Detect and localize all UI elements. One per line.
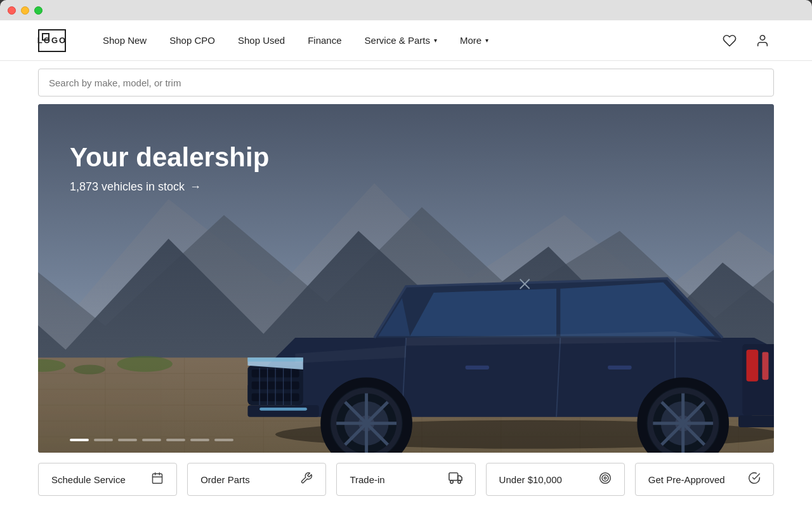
svg-point-81 — [599, 472, 610, 483]
carousel-dot-5[interactable] — [166, 439, 185, 441]
search-bar-container — [0, 61, 812, 104]
svg-point-82 — [602, 475, 608, 481]
carousel-dot-3[interactable] — [118, 439, 137, 441]
under-10k-button[interactable]: Under $10,000 — [486, 463, 625, 496]
action-buttons: Schedule Service Order Parts Trade-in — [0, 453, 812, 506]
svg-rect-44 — [608, 366, 631, 370]
navbar: LOGO Shop New Shop CPO Shop Used Finance… — [0, 20, 812, 61]
target-icon — [599, 472, 612, 488]
svg-rect-43 — [466, 366, 489, 370]
carousel-dot-7[interactable] — [214, 439, 233, 441]
svg-point-23 — [74, 365, 105, 375]
svg-rect-48 — [738, 415, 774, 427]
calendar-icon — [151, 472, 164, 488]
svg-point-80 — [457, 480, 461, 483]
maximize-button[interactable] — [34, 6, 43, 15]
hero-text: Your dealership 1,873 vehicles in stock … — [70, 142, 269, 194]
order-parts-button[interactable]: Order Parts — [187, 463, 326, 496]
hero-subtitle-link[interactable]: 1,873 vehicles in stock → — [70, 180, 269, 194]
carousel-dot-2[interactable] — [94, 439, 113, 441]
minimize-button[interactable] — [21, 6, 29, 15]
nav-more[interactable]: More ▾ — [449, 20, 500, 61]
hero-title: Your dealership — [70, 142, 269, 173]
svg-point-0 — [760, 35, 764, 39]
svg-rect-47 — [762, 352, 768, 380]
hero-banner: Your dealership 1,873 vehicles in stock … — [38, 104, 774, 453]
hero-background: Your dealership 1,873 vehicles in stock … — [38, 104, 774, 453]
car-icon — [449, 471, 462, 488]
chevron-down-icon: ▾ — [434, 37, 437, 44]
svg-rect-38 — [247, 405, 318, 417]
nav-shop-used[interactable]: Shop Used — [226, 20, 296, 61]
get-pre-approved-button[interactable]: Get Pre-Approved — [635, 463, 774, 496]
svg-rect-39 — [259, 408, 307, 411]
account-button[interactable] — [751, 29, 774, 52]
carousel-dots — [70, 439, 233, 441]
nav-actions — [718, 29, 774, 52]
svg-rect-74 — [153, 474, 162, 483]
favorites-button[interactable] — [718, 29, 741, 52]
svg-rect-46 — [747, 350, 759, 382]
logo[interactable]: LOGO — [38, 29, 66, 52]
wrench-icon — [300, 472, 313, 488]
carousel-dot-6[interactable] — [190, 439, 209, 441]
carousel-dot-4[interactable] — [142, 439, 161, 441]
svg-point-83 — [604, 477, 606, 479]
svg-rect-78 — [449, 472, 458, 480]
close-button[interactable] — [8, 6, 16, 15]
app-container: LOGO Shop New Shop CPO Shop Used Finance… — [0, 20, 812, 506]
svg-rect-37 — [247, 357, 303, 361]
check-circle-icon — [748, 472, 761, 488]
window-chrome — [0, 0, 812, 20]
trade-in-button[interactable]: Trade-in — [336, 463, 475, 496]
svg-point-24 — [117, 356, 173, 372]
nav-finance[interactable]: Finance — [296, 20, 353, 61]
nav-service-parts[interactable]: Service & Parts ▾ — [353, 20, 449, 61]
nav-shop-new[interactable]: Shop New — [91, 20, 158, 61]
search-input[interactable] — [38, 69, 774, 97]
chevron-down-icon: ▾ — [485, 37, 488, 44]
nav-shop-cpo[interactable]: Shop CPO — [158, 20, 226, 61]
svg-point-79 — [450, 480, 453, 483]
nav-links: Shop New Shop CPO Shop Used Finance Serv… — [91, 20, 718, 61]
logo-image: LOGO — [38, 29, 66, 52]
schedule-service-button[interactable]: Schedule Service — [38, 463, 177, 496]
carousel-dot-1[interactable] — [70, 439, 89, 441]
